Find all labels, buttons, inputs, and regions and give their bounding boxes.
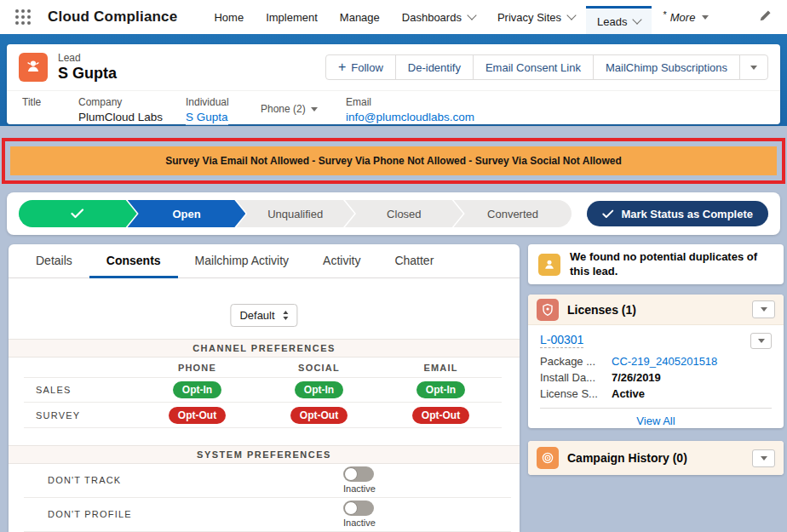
nav-item-home[interactable]: Home — [203, 0, 255, 34]
tab-consents[interactable]: Consents — [89, 244, 178, 278]
package-link[interactable]: CC-219_2405201518 — [612, 353, 717, 369]
licenses-body: L-00301 Package ... CC-219_2405201518 In… — [528, 325, 784, 428]
chevron-down-icon — [633, 14, 642, 24]
nav-label: More — [670, 11, 696, 24]
app-launcher-icon[interactable] — [15, 9, 31, 25]
record-type-label: Lead — [58, 52, 117, 64]
nav-item-dashboards[interactable]: Dashboards — [391, 0, 486, 34]
mark-status-label: Mark Status as Complete — [621, 208, 753, 220]
unsaved-indicator: * — [663, 9, 666, 20]
follow-button[interactable]: +Follow — [325, 54, 396, 80]
detail-tabs: Details Consents Mailchimp Activity Acti… — [9, 244, 520, 278]
system-row-dont-profile: DON'T PROFILE Inactive — [24, 498, 511, 532]
path-step-closed[interactable]: Closed — [345, 200, 463, 227]
licenses-menu-button[interactable] — [752, 300, 775, 318]
tab-chatter[interactable]: Chatter — [377, 244, 451, 278]
email-consent-link-button[interactable]: Email Consent Link — [473, 54, 594, 80]
row-label: DON'T TRACK — [36, 475, 121, 485]
view-all-link[interactable]: View All — [540, 408, 772, 428]
campaign-history-card: Campaign History (0) — [528, 441, 784, 475]
consent-view-select[interactable]: Default — [230, 304, 297, 327]
caret-down-icon — [750, 66, 757, 70]
chevron-down-icon — [467, 10, 476, 20]
nav-label: Implement — [266, 11, 318, 24]
stepper-icon — [284, 311, 289, 320]
deidentify-label: De-identify — [408, 61, 461, 74]
path-step-unqualified[interactable]: Unqualified — [236, 200, 354, 227]
opt-out-badge[interactable]: Opt-Out — [169, 407, 226, 424]
license-field-package: Package ... CC-219_2405201518 — [540, 353, 772, 369]
campaign-history-menu-button[interactable] — [752, 449, 775, 467]
nav-label: Manage — [340, 11, 380, 24]
field-label: Phone (2) — [261, 103, 306, 115]
duplicates-person-icon — [538, 254, 560, 276]
edit-pencil-icon[interactable] — [759, 9, 772, 26]
email-link[interactable]: info@plumcloudlabs.com — [346, 111, 474, 123]
mailchimp-label: MailChimp Subscriptions — [606, 61, 727, 74]
section-channel-preferences: CHANNEL PREFERENCES — [9, 339, 520, 358]
record-identity: Lead S Gupta — [58, 52, 117, 83]
tab-details[interactable]: Details — [19, 244, 89, 278]
check-icon — [71, 209, 84, 219]
path-step-open[interactable]: Open — [128, 200, 246, 227]
sales-path-card: Open Unqualified Closed Converted Mark S… — [7, 192, 780, 235]
mark-status-complete-button[interactable]: Mark Status as Complete — [587, 201, 768, 226]
campaign-history-header[interactable]: Campaign History (0) — [528, 441, 784, 475]
license-record-link[interactable]: L-00301 — [540, 333, 583, 348]
nav-item-privacy-sites[interactable]: Privacy Sites — [486, 0, 586, 34]
row-label: SURVEY — [24, 410, 136, 420]
section-system-preferences: SYSTEM PREFERENCES — [9, 445, 520, 464]
path-step-complete[interactable] — [19, 200, 137, 227]
dont-track-toggle[interactable] — [343, 466, 374, 482]
field-individual: Individual S Gupta — [186, 96, 261, 125]
email-consent-label: Email Consent Link — [485, 61, 581, 74]
licenses-title: Licenses (1) — [567, 303, 636, 317]
licenses-header[interactable]: Licenses (1) — [528, 295, 784, 325]
tab-mailchimp-activity[interactable]: Mailchimp Activity — [178, 244, 306, 278]
phone-dropdown-icon[interactable] — [311, 107, 318, 112]
toggle-state-label: Inactive — [343, 483, 376, 494]
dont-profile-toggle[interactable] — [343, 501, 374, 516]
caret-down-icon — [761, 307, 767, 312]
caret-down-icon — [761, 456, 767, 460]
field-value: 7/26/2019 — [612, 369, 661, 386]
opt-in-badge[interactable]: Opt-In — [416, 381, 465, 398]
nav-item-more[interactable]: *More — [652, 0, 720, 34]
check-icon — [602, 209, 614, 219]
record-name: S Gupta — [58, 65, 117, 83]
mailchimp-subscriptions-button[interactable]: MailChimp Subscriptions — [593, 54, 740, 80]
license-field-status: License S... Active — [540, 386, 772, 402]
column-header-social: SOCIAL — [258, 363, 380, 373]
field-email: Email info@plumcloudlabs.com — [346, 96, 780, 125]
opt-in-badge[interactable]: Opt-In — [295, 381, 343, 398]
field-title: Title — [22, 96, 78, 125]
path-step-label: Unqualified — [267, 208, 323, 220]
field-label: Title — [22, 96, 73, 108]
duplicates-card: We found no potential duplicates of this… — [528, 244, 784, 284]
opt-out-badge[interactable]: Opt-Out — [412, 407, 469, 424]
individual-link[interactable]: S Gupta — [186, 111, 228, 125]
nav-item-manage[interactable]: Manage — [329, 0, 391, 34]
deidentify-button[interactable]: De-identify — [395, 54, 474, 80]
opt-out-badge[interactable]: Opt-Out — [290, 407, 348, 424]
column-header-phone: PHONE — [136, 363, 258, 373]
license-shield-icon — [537, 299, 559, 321]
opt-in-badge[interactable]: Opt-In — [173, 381, 221, 398]
highlights-fields: Title Company PlumCloud Labs Individual … — [7, 90, 780, 125]
field-value: Active — [612, 386, 645, 402]
nav-item-leads[interactable]: Leads — [586, 6, 652, 34]
nav-item-implement[interactable]: Implement — [255, 0, 329, 34]
sales-path: Open Unqualified Closed Converted — [19, 200, 572, 227]
follow-label: Follow — [351, 61, 383, 74]
path-step-converted[interactable]: Converted — [454, 200, 572, 227]
field-label: Individual — [186, 96, 256, 108]
consent-row-survey: SURVEY Opt-Out Opt-Out Opt-Out — [24, 403, 502, 428]
tab-activity[interactable]: Activity — [306, 244, 377, 278]
field-phone: Phone (2) — [261, 96, 346, 125]
top-nav: Cloud Compliance Home Implement Manage D… — [0, 0, 787, 34]
more-actions-button[interactable] — [739, 54, 768, 80]
field-label: Install Da... — [540, 369, 612, 386]
consent-status-banner: Survey Via Email Not Allowed - Survey Vi… — [10, 146, 777, 175]
license-record-menu-button[interactable] — [750, 333, 772, 349]
screen: Cloud Compliance Home Implement Manage D… — [0, 0, 787, 532]
